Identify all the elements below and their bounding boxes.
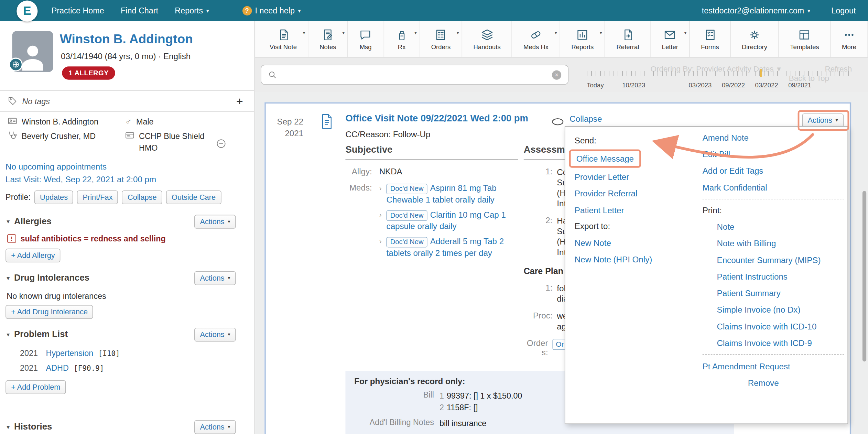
menu-print-simple-invoice[interactable]: Simple Invoice (no Dx) — [717, 304, 844, 315]
toolbar-referral-button[interactable]: Referral — [605, 21, 651, 57]
patient-name[interactable]: Winston B. Addington — [60, 32, 193, 46]
last-visit-link[interactable]: Last Visit: Wed, Sep 22, 2021 at 2:00 pm — [6, 173, 249, 185]
histories-actions-button[interactable]: Actions▾ — [194, 420, 236, 434]
add-tag-button[interactable]: + — [236, 95, 243, 107]
menu-mark-confidential[interactable]: Mark Confidential — [703, 182, 844, 193]
menu-office-message[interactable]: Office Message — [576, 153, 634, 164]
profile-outside-care-button[interactable]: Outside Care — [166, 191, 221, 204]
message-icon — [359, 28, 372, 41]
clear-search-icon[interactable]: × — [552, 70, 561, 79]
actions-menu-left-column: Send: Office Message Provider Letter Pro… — [575, 132, 695, 271]
chevron-right-icon: › — [379, 209, 382, 220]
note-title-link[interactable]: Office Visit Note 09/22/2021 Wed 2:00 pm — [345, 113, 528, 124]
chevron-down-icon: ▾ — [600, 31, 602, 35]
toolbar-templates-button[interactable]: Templates — [779, 21, 831, 57]
allergy-count-badge[interactable]: 1 ALLERGY — [62, 66, 115, 80]
menu-remove[interactable]: Remove — [748, 378, 844, 387]
timeline-date[interactable]: 09/2021 — [788, 82, 811, 88]
search-input[interactable] — [282, 70, 547, 80]
problem-row: 2021 ADHD [F90.9] — [20, 361, 254, 376]
logout-link[interactable]: Logout — [831, 6, 856, 15]
timeline-date[interactable]: 03/2023 — [688, 82, 712, 88]
male-icon: ♂ — [125, 116, 132, 127]
toolbar-orders-button[interactable]: ▾ Orders — [420, 21, 462, 57]
nav-find-chart[interactable]: Find Chart — [121, 6, 158, 15]
chevron-right-icon: › — [379, 183, 382, 193]
profile-collapse-button[interactable]: Collapse — [122, 191, 162, 204]
toolbar-handouts-button[interactable]: Handouts — [462, 21, 512, 57]
menu-new-note[interactable]: New Note — [575, 238, 695, 248]
menu-patient-letter[interactable]: Patient Letter — [575, 205, 695, 216]
menu-print-note[interactable]: Note — [717, 221, 844, 232]
toolbar-letter-button[interactable]: ▾ Letter — [651, 21, 690, 57]
menu-print-patient-instructions[interactable]: Patient Instructions — [717, 271, 844, 282]
toolbar-directory-button[interactable]: Directory — [731, 21, 779, 57]
page-scrollbar-thumb[interactable] — [862, 191, 866, 361]
problem-list-actions-button[interactable]: Actions▾ — [194, 328, 236, 341]
menu-provider-referral[interactable]: Provider Referral — [575, 188, 695, 199]
elation-logo-icon[interactable]: E — [17, 1, 37, 22]
chevron-down-icon[interactable]: ▾ — [7, 274, 10, 282]
allergies-actions-button[interactable]: Actions▾ — [194, 215, 236, 228]
menu-print-encounter-summary[interactable]: Encounter Summary (MIPS) — [717, 254, 844, 265]
chevron-down-icon[interactable]: ▾ — [7, 331, 10, 338]
drug-intolerances-actions-button[interactable]: Actions▾ — [194, 271, 236, 285]
profile-printfax-button[interactable]: Print/Fax — [77, 191, 118, 204]
globe-icon[interactable] — [9, 57, 23, 71]
timeline-date-today[interactable]: Today — [587, 82, 604, 88]
timeline-date[interactable]: 03/2022 — [755, 82, 778, 88]
timeline-date[interactable]: 10/2023 — [622, 82, 645, 88]
toolbar-label: Msg — [360, 43, 372, 50]
chevron-down-icon[interactable]: ▾ — [7, 218, 10, 225]
add-problem-button[interactable]: + Add Problem — [6, 380, 66, 394]
menu-print-claims-icd9[interactable]: Claims Invoice with ICD-9 — [717, 338, 844, 348]
more-icon — [843, 28, 856, 41]
no-appointments-link[interactable]: No upcoming appointments — [6, 160, 249, 173]
toolbar-visit-note-button[interactable]: ▾ Visit Note — [259, 21, 308, 57]
toolbar-more-button[interactable]: More — [831, 21, 868, 57]
med-entry[interactable]: ›Doc'd NewAspirin 81 mg Tab Chewable 1 t… — [379, 183, 518, 205]
minus-circle-icon[interactable] — [216, 138, 227, 149]
problem-name-link[interactable]: Hypertension — [46, 346, 94, 360]
chevron-down-icon[interactable]: ▾ — [7, 423, 10, 431]
profile-updates-button[interactable]: Updates — [34, 191, 73, 204]
med-entry[interactable]: ›Doc'd NewClaritin 10 mg Cap 1 capsule o… — [379, 209, 518, 231]
visibility-oval-icon[interactable] — [551, 118, 564, 126]
med-entry[interactable]: ›Doc'd NewAdderall 5 mg Tab 2 tablets or… — [379, 236, 518, 258]
add-allergy-button[interactable]: + Add Allergy — [6, 249, 61, 262]
section-drug-intolerances: ▾ Drug Intolerances Actions▾ — [0, 262, 254, 287]
chevron-down-icon: ▾ — [228, 217, 230, 226]
bill-codes: 199397: [] 1 x $150.00 21158F: [] — [440, 390, 522, 414]
add-drug-intolerance-button[interactable]: + Add Drug Intolerance — [6, 305, 93, 319]
menu-amend-note[interactable]: Amend Note — [703, 132, 844, 143]
account-menu[interactable]: testdoctor2@elationemr.com▾ — [702, 6, 810, 15]
nav-practice-home[interactable]: Practice Home — [52, 6, 104, 15]
timeline-date[interactable]: 09/2022 — [722, 82, 745, 88]
toolbar-rx-button[interactable]: ▾ Rx — [384, 21, 420, 57]
office-message-highlight: Office Message — [569, 150, 641, 168]
allergy-entry-row[interactable]: ! sulaf antibiotics = redness and sellin… — [0, 231, 254, 244]
nav-reports-menu[interactable]: Reports▾ — [175, 6, 209, 15]
menu-pt-amendment-request[interactable]: Pt Amendment Request — [703, 361, 844, 372]
docd-new-badge: Doc'd New — [387, 237, 427, 248]
problem-name-link[interactable]: ADHD — [46, 361, 69, 375]
menu-print-patient-summary[interactable]: Patient Summary — [717, 288, 844, 299]
menu-provider-letter[interactable]: Provider Letter — [575, 172, 695, 182]
menu-print-claims-icd10[interactable]: Claims Invoice with ICD-10 — [717, 321, 844, 332]
toolbar-forms-button[interactable]: Forms — [690, 21, 731, 57]
note-date-year: 2021 — [271, 127, 303, 139]
menu-edit-bill[interactable]: Edit Bill — [703, 149, 844, 160]
toolbar-meds-hx-button[interactable]: ▾ Meds Hx — [512, 21, 560, 57]
menu-add-edit-tags[interactable]: Add or Edit Tags — [703, 165, 844, 176]
toolbar-notes-button[interactable]: ▾ Notes — [308, 21, 348, 57]
menu-print-note-billing[interactable]: Note with Billing — [717, 238, 844, 249]
note-actions-button[interactable]: Actions▾ — [802, 113, 843, 127]
nav-help-menu[interactable]: ?I need help▾ — [242, 6, 301, 15]
chevron-down-icon: ▾ — [298, 8, 301, 14]
toolbar-msg-button[interactable]: Msg — [348, 21, 384, 57]
chevron-down-icon: ▾ — [228, 330, 230, 339]
menu-new-note-hpi[interactable]: New Note (HPI Only) — [575, 254, 695, 265]
collapse-note-link[interactable]: Collapse — [569, 114, 602, 123]
toolbar-reports-button[interactable]: ▾ Reports — [560, 21, 605, 57]
chevron-down-icon: ▾ — [414, 31, 416, 35]
